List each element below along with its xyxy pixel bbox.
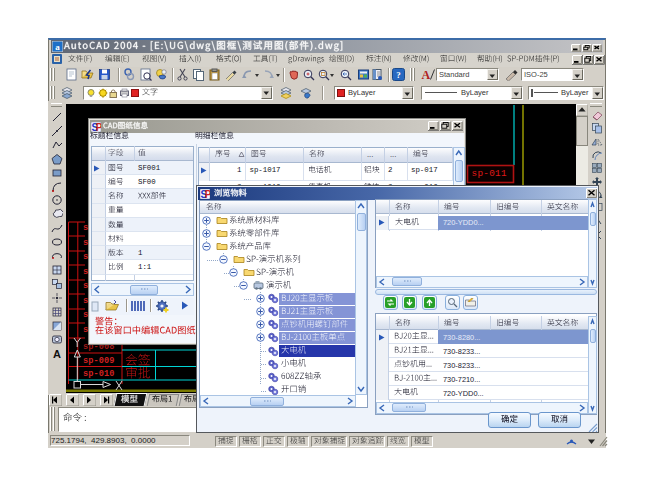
svg-text:P: P: [205, 189, 210, 199]
svg-text:A: A: [53, 348, 61, 359]
svg-text:A: A: [422, 68, 431, 82]
svg-text:?: ?: [396, 70, 401, 80]
svg-text:a: a: [55, 42, 60, 52]
svg-text:P: P: [96, 122, 101, 132]
